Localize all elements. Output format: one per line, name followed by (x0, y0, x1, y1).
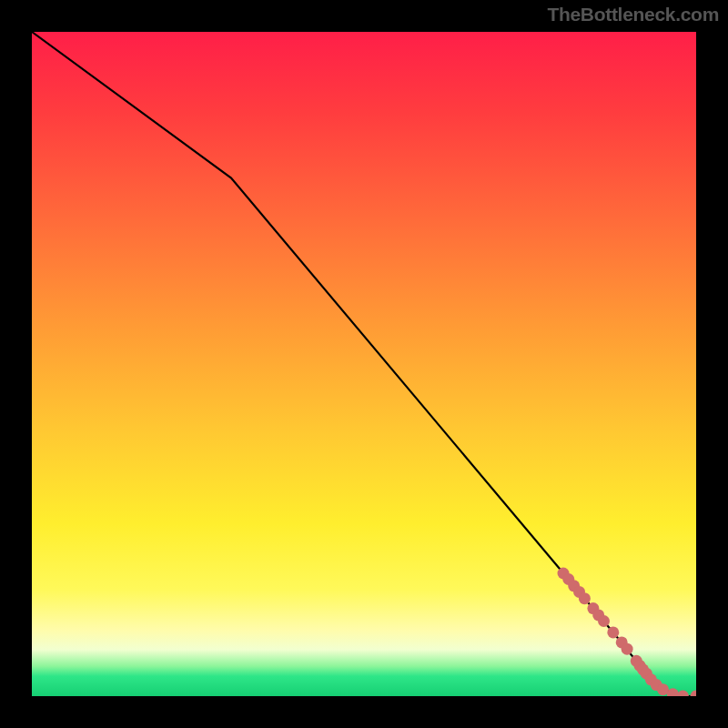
curve-marker (622, 643, 633, 655)
bottleneck-curve (32, 32, 696, 696)
curve-marker (607, 626, 619, 638)
chart-frame: TheBottleneck.com (0, 0, 728, 728)
watermark-label: TheBottleneck.com (547, 4, 719, 25)
curve-marker (691, 691, 697, 697)
curve-marker (579, 592, 591, 604)
curve-marker (677, 691, 689, 697)
curve-markers (558, 568, 697, 697)
curve-layer (32, 32, 696, 696)
plot-area (32, 32, 696, 696)
curve-marker (598, 615, 610, 627)
